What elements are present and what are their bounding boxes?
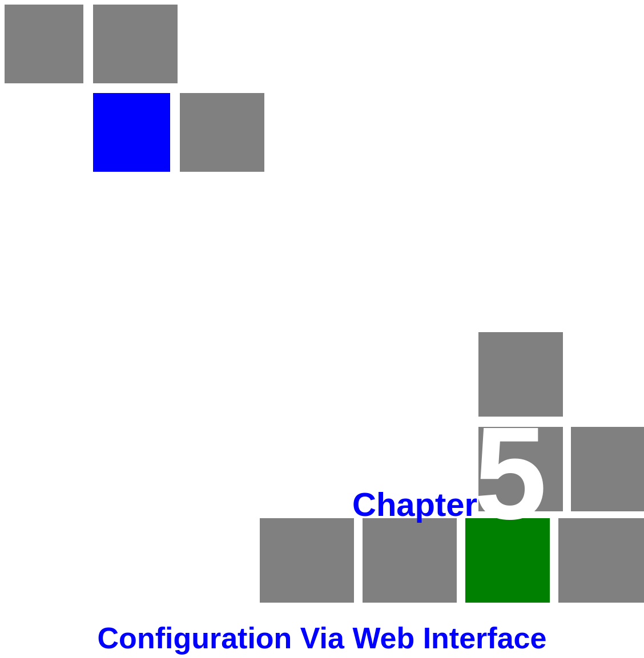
chapter-square-mid-right xyxy=(571,427,644,511)
page-title: Configuration Via Web Interface xyxy=(0,621,644,655)
decorative-square-blue xyxy=(93,93,170,172)
decorative-square-4 xyxy=(180,93,264,172)
chapter-square-bottom-4 xyxy=(558,518,644,603)
chapter-square-bottom-2 xyxy=(363,518,457,603)
chapter-square-bottom-1 xyxy=(260,518,354,603)
page-container: 5 Chapter Configuration Via Web Interfac… xyxy=(0,0,644,658)
decorative-square-1 xyxy=(5,5,83,83)
chapter-number: 5 xyxy=(474,408,547,539)
decorative-square-2 xyxy=(93,5,178,83)
chapter-label: Chapter xyxy=(352,485,477,523)
